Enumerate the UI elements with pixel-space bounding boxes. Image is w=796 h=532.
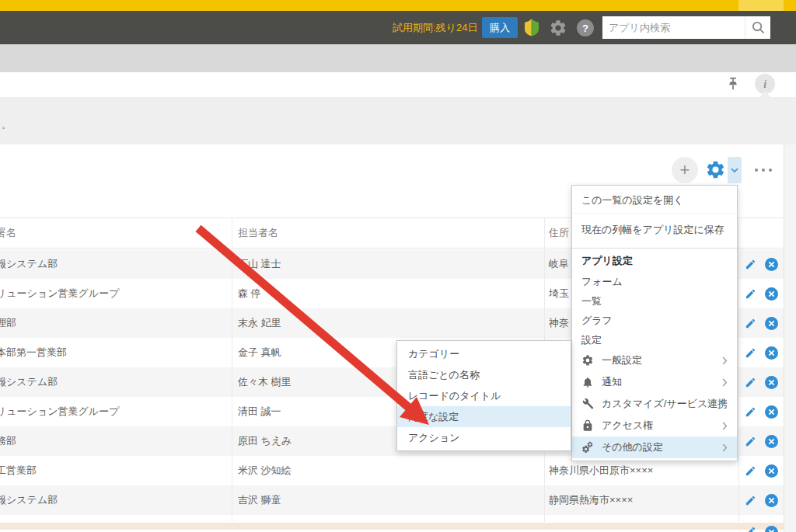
misc-settings-submenu: カテゴリー 言語ごとの名称 レコードのタイトル 高度な設定 アクション [396,340,571,451]
address-cell: 神奈 [549,308,569,338]
dept-cell: 報システム部 [0,249,58,279]
chevron-right-icon [722,356,728,365]
header-sub-strip [0,44,796,72]
buy-button[interactable]: 購入 [482,17,518,38]
list-settings-gear-icon[interactable] [705,159,726,180]
dept-cell: 工営業部 [0,456,37,485]
global-settings-gear-icon[interactable] [549,19,567,37]
edit-record-icon[interactable] [745,377,756,388]
delete-record-icon[interactable] [765,435,778,448]
person-cell: 原田 ちえみ [238,426,292,456]
edit-record-icon[interactable] [745,526,756,532]
menu-item-label: アクセス権 [602,419,653,433]
menu-item-misc-settings[interactable]: その他の設定 [572,436,737,458]
edit-record-icon[interactable] [745,406,756,418]
address-cell: 埼玉 [549,279,569,308]
person-cell: 森 停 [238,279,261,308]
menu-item-label: その他の設定 [602,440,663,454]
edit-record-icon[interactable] [745,436,756,447]
submenu-item-record-title[interactable]: レコードのタイトル [397,385,571,406]
menu-item-settings[interactable]: 設定 [572,330,737,349]
dept-cell: 務部 [0,426,16,456]
menu-item-form[interactable]: フォーム [572,272,737,291]
dept-cell: リューション営業グループ [0,397,119,426]
column-header-address[interactable]: 住所 [549,218,569,248]
dept-cell: 報システム部 [0,367,58,397]
delete-record-icon[interactable] [765,346,778,360]
submenu-item-localized-names[interactable]: 言語ごとの名称 [397,364,571,385]
lock-icon [581,419,594,432]
search-button[interactable] [745,16,770,39]
menu-item-permissions[interactable]: アクセス権 [572,415,737,436]
edit-record-icon[interactable] [745,347,756,359]
address-cell: 岐阜 [549,249,569,279]
menu-divider [572,248,737,249]
menu-item-views[interactable]: 一覧 [572,291,737,311]
menu-item-save-column-widths[interactable]: 現在の列幅をアプリ設定に保存 [572,214,737,246]
clipped-description-text: 。 [2,118,12,132]
delete-record-icon[interactable] [765,258,778,271]
trial-period-text: 試用期間:残り24日 [393,11,477,44]
delete-record-icon[interactable] [765,464,778,478]
menu-item-notifications[interactable]: 通知 [572,371,737,393]
help-icon[interactable]: ? [577,19,594,37]
menu-item-graphs[interactable]: グラフ [572,311,737,330]
delete-record-icon[interactable] [765,405,778,419]
delete-record-icon[interactable] [765,287,778,301]
pin-icon[interactable] [727,77,739,91]
scroll-gutter [784,144,796,532]
column-divider [232,218,232,522]
menu-item-customize-integrations[interactable]: カスタマイズ/サービス連携 [572,393,737,415]
delete-record-icon[interactable] [765,494,778,507]
next-row-highlight-band [0,523,784,530]
edit-record-icon[interactable] [745,288,756,300]
chevron-right-icon [722,422,728,430]
add-record-button[interactable]: + [672,157,698,183]
menu-item-general-settings[interactable]: 一般設定 [572,349,737,371]
menu-item-open-list-settings[interactable]: この一覧の設定を開く [572,188,737,213]
app-description-panel [0,97,796,144]
delete-record-icon[interactable] [765,376,778,389]
brand-color-bar-light-segment [738,0,784,11]
person-cell: 末永 妃里 [238,308,281,338]
list-settings-menu: この一覧の設定を開く 現在の列幅をアプリ設定に保存 アプリ設定 フォーム 一覧 … [571,185,738,461]
more-options-button[interactable] [746,157,780,183]
table-row[interactable]: 報システム部 吉沢 獅童 静岡県熱海市×××× [0,485,784,515]
chevron-right-icon [722,378,728,387]
person-cell: 清田 誠一 [238,397,281,426]
person-cell: 佐々木 樹里 [238,367,292,397]
dept-cell: リューション営業グループ [0,279,119,308]
edit-record-icon[interactable] [745,495,756,506]
menu-item-label: 通知 [602,375,622,389]
edit-record-icon[interactable] [745,259,756,270]
person-cell: 金子 真帆 [238,338,281,367]
gears-icon [581,441,594,454]
person-cell: 吉沢 獅童 [238,485,281,515]
dept-cell: 本部第一営業部 [0,338,67,367]
edit-record-icon[interactable] [745,318,756,329]
dept-cell: 理部 [0,308,16,338]
delete-record-icon[interactable] [765,526,778,532]
submenu-item-actions[interactable]: アクション [397,427,571,448]
delete-record-icon[interactable] [765,317,778,330]
column-header-person[interactable]: 担当者名 [238,218,278,248]
chevron-right-icon [722,443,728,452]
beginner-guide-icon[interactable] [522,16,541,38]
column-header-dept[interactable]: 署名 [0,218,16,248]
app-search-box [602,16,745,39]
person-cell: 下山 達士 [238,249,281,279]
partial-row-actions [745,526,778,532]
gear-icon [581,354,594,367]
wrench-icon [581,398,594,410]
bell-icon [581,376,594,388]
address-cell: 静岡県熱海市×××× [549,485,633,515]
settings-menu-caret[interactable] [728,157,742,183]
submenu-item-advanced-settings[interactable]: 高度な設定 [397,406,571,427]
brand-color-bar [0,0,796,11]
submenu-item-categories[interactable]: カテゴリー [397,343,571,364]
edit-record-icon[interactable] [745,465,756,477]
app-search-input[interactable] [602,16,745,39]
menu-section-title: アプリ設定 [572,250,737,272]
person-cell: 米沢 沙知絵 [238,456,292,485]
menu-item-label: カスタマイズ/サービス連携 [602,397,728,411]
